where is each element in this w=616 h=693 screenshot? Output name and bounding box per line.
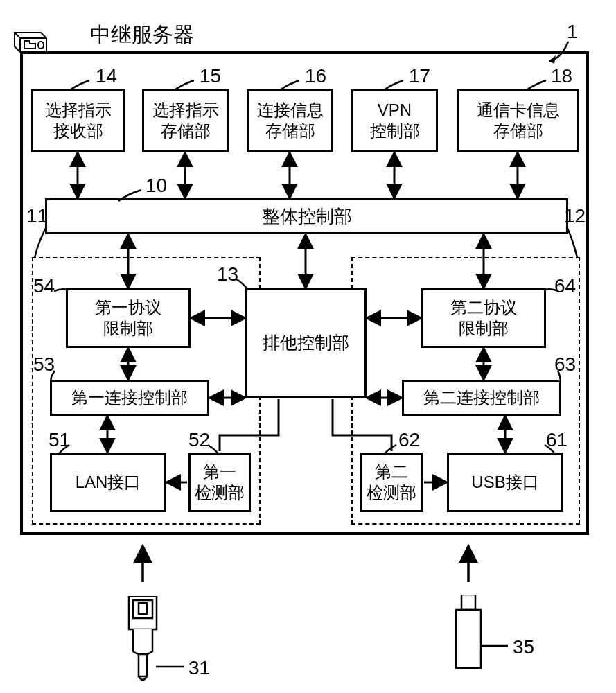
server-icon xyxy=(12,30,50,55)
block-lan-if: LAN接口 xyxy=(50,453,166,512)
second-detect-label: 第二 检测部 xyxy=(367,462,416,503)
block-vpn-ctrl: VPN 控制部 xyxy=(351,89,438,152)
ref-16: 16 xyxy=(305,65,326,87)
lan-plug-icon xyxy=(126,596,159,686)
title-label: 中继服务器 xyxy=(90,21,194,49)
first-proto-limit-label: 第一协议 限制部 xyxy=(95,297,161,339)
block-first-detect: 第一 检测部 xyxy=(188,453,251,512)
ref-35: 35 xyxy=(513,636,534,658)
ref-10: 10 xyxy=(146,175,167,197)
block-16-label: 连接信息 存储部 xyxy=(257,100,324,141)
ref-12: 12 xyxy=(564,205,586,227)
second-proto-limit-label: 第二协议 限制部 xyxy=(450,297,517,339)
svg-rect-27 xyxy=(139,654,147,676)
ref-13: 13 xyxy=(217,263,238,286)
ref-61: 61 xyxy=(546,429,567,451)
lan-if-label: LAN接口 xyxy=(76,472,141,493)
block-first-proto-limit: 第一协议 限制部 xyxy=(66,288,191,348)
block-exclusive-ctrl: 排他控制部 xyxy=(245,288,367,398)
ref-62: 62 xyxy=(398,429,420,451)
svg-point-0 xyxy=(38,42,44,49)
ref-15: 15 xyxy=(200,65,221,87)
ref-64: 64 xyxy=(554,275,576,297)
ref-device: 1 xyxy=(567,21,578,43)
svg-rect-29 xyxy=(456,610,481,668)
usb-plug-icon xyxy=(455,595,482,669)
first-conn-ctrl-label: 第一连接控制部 xyxy=(71,387,188,408)
ref-51: 51 xyxy=(49,429,70,451)
ref-53: 53 xyxy=(33,353,55,376)
block-14-label: 选择指示 接收部 xyxy=(45,100,112,141)
block-18-label: 通信卡信息 存储部 xyxy=(477,100,560,141)
block-second-proto-limit: 第二协议 限制部 xyxy=(421,288,546,348)
block-usb-if: USB接口 xyxy=(447,453,563,512)
block-conn-info-store: 连接信息 存储部 xyxy=(247,89,333,152)
block-second-detect: 第二 检测部 xyxy=(360,453,423,512)
ref-63: 63 xyxy=(554,353,576,376)
ref-14: 14 xyxy=(96,65,117,87)
ref-54: 54 xyxy=(33,275,55,297)
block-select-instruct-store: 选择指示 存储部 xyxy=(142,89,229,152)
usb-if-label: USB接口 xyxy=(471,472,538,493)
block-17-label: VPN 控制部 xyxy=(370,100,420,141)
ref-17: 17 xyxy=(409,65,430,87)
block-second-conn-ctrl: 第二连接控制部 xyxy=(402,380,561,416)
exclusive-ctrl-label: 排他控制部 xyxy=(263,332,349,353)
block-overall-ctrl: 整体控制部 xyxy=(45,198,568,234)
svg-rect-28 xyxy=(461,595,475,610)
block-select-instruct-receive: 选择指示 接收部 xyxy=(31,89,125,152)
block-first-conn-ctrl: 第一连接控制部 xyxy=(50,380,209,416)
block-15-label: 选择指示 存储部 xyxy=(152,100,219,141)
second-conn-ctrl-label: 第二连接控制部 xyxy=(423,387,540,408)
block-commcard-info-store: 通信卡信息 存储部 xyxy=(457,89,579,152)
first-detect-label: 第一 检测部 xyxy=(195,462,245,503)
ref-31: 31 xyxy=(188,657,210,679)
ref-11: 11 xyxy=(26,205,48,227)
ref-18: 18 xyxy=(551,65,572,87)
ref-52: 52 xyxy=(188,429,210,451)
overall-ctrl-label: 整体控制部 xyxy=(262,205,352,228)
svg-rect-26 xyxy=(139,603,147,614)
